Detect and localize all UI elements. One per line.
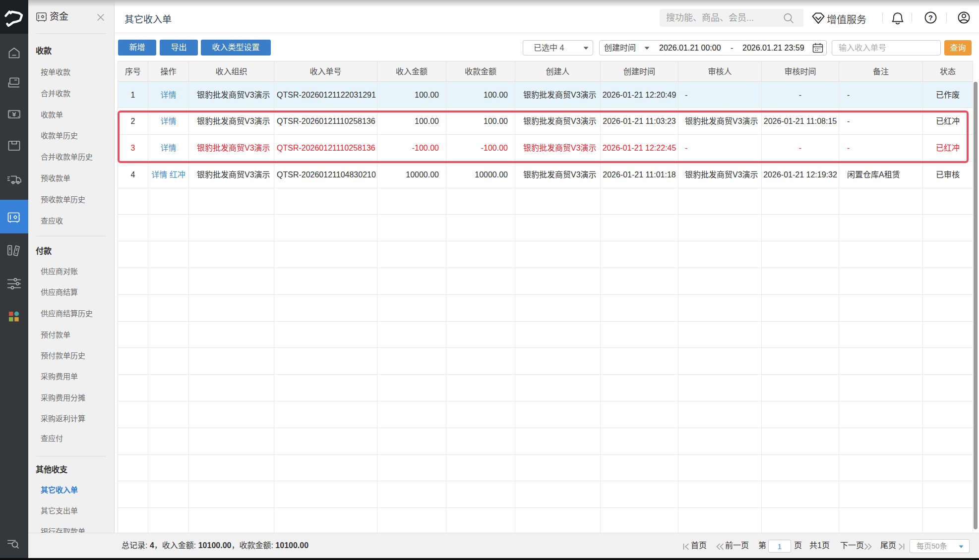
svg-text:?: ?: [928, 14, 933, 22]
